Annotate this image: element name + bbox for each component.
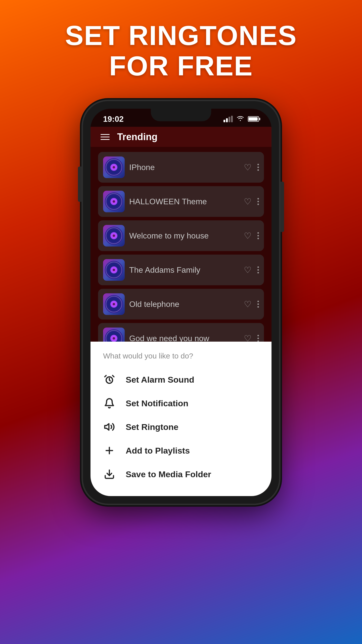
more-options-icon[interactable] [257,301,259,308]
battery-icon [248,116,259,122]
song-name: The Addams Family [129,265,239,275]
favorite-icon[interactable]: ♡ [244,265,251,275]
bottom-sheet-prompt: What would you like to do? [103,352,259,360]
svg-marker-1 [105,424,109,430]
song-thumbnail [103,328,125,342]
list-item[interactable]: Welcome to my house ♡ [98,220,264,251]
more-options-icon[interactable] [257,266,259,273]
notch [151,109,211,121]
song-name: Welcome to my house [129,231,239,240]
favorite-icon[interactable]: ♡ [244,299,251,309]
favorite-icon[interactable]: ♡ [244,333,251,342]
song-name: Old telephone [129,300,239,309]
action-label: Add to Playlists [126,446,190,456]
plus-icon [103,444,116,457]
action-label: Set Notification [126,398,188,408]
action-label: Save to Media Folder [126,469,211,479]
list-item[interactable]: The Addams Family ♡ [98,255,264,285]
headline-line2: FOR FREE [109,50,253,81]
song-actions: ♡ [244,162,259,172]
song-thumbnail [103,225,125,247]
action-save-media[interactable]: Save to Media Folder [103,462,259,486]
action-label: Set Ringtone [126,422,178,432]
volume-icon [103,421,116,433]
favorite-icon[interactable]: ♡ [244,196,251,207]
status-time: 19:02 [103,114,124,124]
favorite-icon[interactable]: ♡ [244,231,251,241]
song-name: God we need you now [129,334,239,342]
song-thumbnail [103,259,125,281]
favorite-icon[interactable]: ♡ [244,162,251,172]
action-set-alarm[interactable]: Set Alarm Sound [103,368,259,391]
phone-shell: 19:02 [83,101,279,504]
signal-icon [223,116,233,122]
song-actions: ♡ [244,333,259,342]
status-icons [223,115,259,123]
action-label: Set Alarm Sound [126,375,194,385]
song-name: HALLOWEEN Theme [129,197,239,206]
bottom-sheet: What would you like to do? Set Alarm Sou… [90,342,272,496]
alarm-icon [103,373,116,386]
action-set-ringtone[interactable]: Set Ringtone [103,415,259,439]
list-item[interactable]: IPhone ♡ [98,152,264,183]
action-add-playlist[interactable]: Add to Playlists [103,439,259,462]
more-options-icon[interactable] [257,232,259,239]
song-actions: ♡ [244,231,259,241]
song-name: IPhone [129,163,239,172]
action-set-notification[interactable]: Set Notification [103,391,259,415]
song-thumbnail [103,293,125,315]
song-actions: ♡ [244,265,259,275]
song-thumbnail [103,191,125,212]
wifi-icon [236,115,244,123]
list-item[interactable]: Old telephone ♡ [98,289,264,319]
bell-icon [103,397,116,410]
headline-line1: SET RINGTONES [65,20,297,51]
list-item[interactable]: HALLOWEEN Theme ♡ [98,186,264,217]
headline: SET RINGTONES FOR FREE [50,20,312,81]
song-actions: ♡ [244,299,259,309]
more-options-icon[interactable] [257,335,259,342]
download-icon [103,468,116,480]
more-options-icon[interactable] [257,198,259,205]
app-header: Trending [90,127,272,147]
song-actions: ♡ [244,196,259,207]
more-options-icon[interactable] [257,164,259,171]
song-thumbnail [103,156,125,178]
list-item[interactable]: God we need you now ♡ [98,323,264,342]
header-title: Trending [117,132,157,142]
song-list: IPhone ♡ HALLOWEEN Theme ♡ [90,147,272,342]
phone-screen: 19:02 [90,109,272,496]
hamburger-menu-icon[interactable] [101,134,110,140]
